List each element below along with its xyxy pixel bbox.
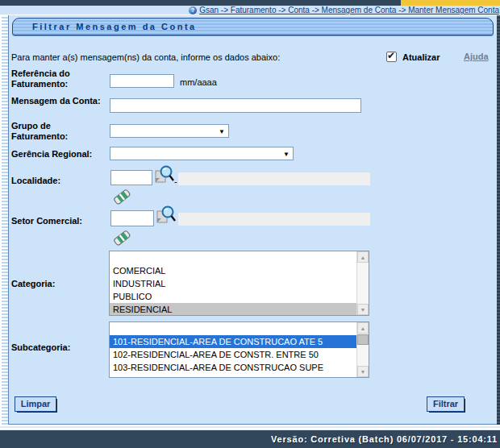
panel-header: Filtrar Mensagem da Conta xyxy=(12,18,494,35)
chevron-down-icon: ▼ xyxy=(283,150,290,157)
subcategory-option[interactable]: 103-RESIDENCIAL-AREA DE CONSTRUCAO SUPE xyxy=(110,361,356,374)
grupo-label: Grupo de Faturamento: xyxy=(11,121,102,142)
scroll-up-icon[interactable]: ▲ xyxy=(357,322,369,334)
setor-name-field xyxy=(178,213,370,226)
referencia-input[interactable] xyxy=(110,74,174,88)
mensagem-input[interactable] xyxy=(110,98,361,113)
intro-text: Para manter a(s) mensagem(ns) da conta, … xyxy=(11,52,280,62)
limpar-button[interactable]: Limpar xyxy=(15,396,56,412)
categoria-options: COMERCIAL INDUSTRIAL PUBLICO RESIDENCIAL xyxy=(110,251,356,315)
breadcrumb-trail[interactable]: Gsan -> Faturamento -> Conta -> Mensagem… xyxy=(199,6,499,15)
scroll-down-icon[interactable]: ▼ xyxy=(357,304,369,315)
subcategory-option[interactable] xyxy=(110,322,356,335)
form-panel: Filtrar Mensagem da Conta Para manter a(… xyxy=(8,15,497,425)
setor-label: Setor Comercial: xyxy=(11,216,102,226)
help-ball-icon[interactable]: ? xyxy=(189,6,197,15)
atualizar-checkbox[interactable]: ✔ xyxy=(386,52,397,62)
right-edge-texture xyxy=(497,15,500,430)
atualizar-label: Atualizar xyxy=(402,52,440,62)
subcategory-option[interactable]: 102-RESIDENCIAL-AREA DE CONSTR. ENTRE 50 xyxy=(110,348,356,361)
page-title: Filtrar Mensagem da Conta xyxy=(13,19,493,35)
category-option[interactable]: INDUSTRIAL xyxy=(110,277,356,290)
check-icon: ✔ xyxy=(387,50,395,61)
version-text: Versão: Corretiva (Batch) 06/07/2017 - 1… xyxy=(271,434,498,444)
left-edge-texture xyxy=(2,15,8,430)
gsan-filtrar-mensagem-screen: ? Gsan -> Faturamento -> Conta -> Mensag… xyxy=(0,0,500,448)
category-option[interactable]: COMERCIAL xyxy=(110,264,356,277)
referencia-label: Referência do Faturamento: xyxy=(11,68,102,89)
setor-code-input[interactable] xyxy=(110,210,154,226)
scrollbar-thumb[interactable] xyxy=(357,334,369,345)
category-option[interactable] xyxy=(110,251,356,264)
localidade-code-input[interactable] xyxy=(110,170,152,185)
gerencia-label: Gerência Regional: xyxy=(11,149,102,160)
top-yellow-accent xyxy=(401,0,500,6)
setor-search-icon[interactable] xyxy=(156,205,176,230)
subcategoria-scrollbar[interactable]: ▲ ▼ xyxy=(356,322,369,377)
localidade-name-field xyxy=(178,172,370,185)
categoria-label: Categoria: xyxy=(11,279,102,289)
breadcrumb: ? Gsan -> Faturamento -> Conta -> Mensag… xyxy=(0,6,500,15)
referencia-format-hint: mm/aaaa xyxy=(180,77,217,87)
localidade-label: Localidade: xyxy=(11,176,102,186)
scroll-up-icon[interactable]: ▲ xyxy=(357,251,369,263)
filtrar-button[interactable]: Filtrar xyxy=(427,396,465,412)
categoria-listbox[interactable]: COMERCIAL INDUSTRIAL PUBLICO RESIDENCIAL… xyxy=(109,251,369,316)
scroll-down-icon[interactable]: ▼ xyxy=(357,366,369,377)
category-option-selected[interactable]: RESIDENCIAL xyxy=(110,303,356,315)
ajuda-link[interactable]: Ajuda xyxy=(464,52,489,61)
category-option[interactable]: PUBLICO xyxy=(110,290,356,303)
localidade-separator: - xyxy=(174,176,177,186)
setor-eraser-icon[interactable] xyxy=(112,229,131,250)
subcategory-option-selected[interactable]: 101-RESIDENCIAL-AREA DE CONSTRUCAO ATE 5 xyxy=(110,335,356,348)
version-bar: Versão: Corretiva (Batch) 06/07/2017 - 1… xyxy=(0,430,500,448)
bottom-edge-texture xyxy=(0,425,500,430)
localidade-search-icon[interactable] xyxy=(155,165,174,189)
gerencia-select[interactable]: ▼ xyxy=(110,147,294,160)
subcategoria-label: Subcategoria: xyxy=(11,342,102,353)
subcategoria-options: 101-RESIDENCIAL-AREA DE CONSTRUCAO ATE 5… xyxy=(110,322,356,377)
chevron-down-icon: ▼ xyxy=(219,127,225,135)
subcategoria-listbox[interactable]: 101-RESIDENCIAL-AREA DE CONSTRUCAO ATE 5… xyxy=(109,321,369,378)
categoria-scrollbar[interactable]: ▲ ▼ xyxy=(356,251,369,315)
grupo-select[interactable]: ▼ xyxy=(110,124,229,138)
localidade-eraser-icon[interactable] xyxy=(112,188,131,209)
mensagem-label: Mensagem da Conta: xyxy=(11,96,102,106)
